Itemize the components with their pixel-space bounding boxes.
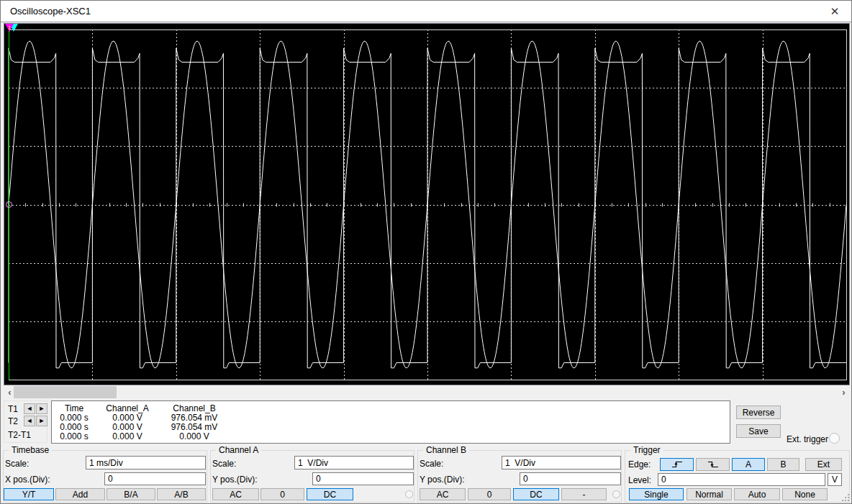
timebase-xpos-input[interactable] [104, 472, 206, 485]
scrollbar-thumb[interactable] [14, 386, 117, 398]
trigger-normal-button[interactable]: Normal [686, 488, 732, 500]
trigger-rising-edge-button[interactable] [660, 458, 694, 471]
dt-time-value: 0.000 s [52, 431, 96, 441]
channel-b-group: Channel B Scale: Y pos.(Div): AC 0 DC - [417, 450, 622, 503]
trigger-level-label: Level: [628, 475, 651, 485]
column-header-channel-a: Channel_A [96, 403, 158, 413]
scope-display[interactable] [4, 24, 849, 385]
timebase-add-button[interactable]: Add [55, 488, 105, 500]
scope-scrollbar[interactable]: ‹ › [4, 386, 850, 398]
column-header-channel-b: Channel_B [158, 403, 230, 413]
t2-channel-b-value: 976.054 mV [158, 422, 230, 432]
channel-a-ypos-input[interactable] [312, 472, 414, 485]
t2-time-value: 0.000 s [52, 422, 96, 432]
left-arrow-icon: ◄ [27, 405, 33, 412]
timebase-ab-button[interactable]: A/B [157, 488, 206, 500]
channel-a-ac-button[interactable]: AC [212, 488, 259, 500]
table-row-t1: 0.000 s 0.000 V 976.054 mV [52, 413, 730, 422]
scope-panel [4, 23, 850, 385]
scroll-right-icon: › [842, 387, 845, 398]
timebase-ba-button[interactable]: B/A [106, 488, 155, 500]
t1-label: T1 [8, 404, 18, 414]
column-header-time: Time [52, 403, 96, 413]
t2-t1-label: T2-T1 [8, 430, 31, 440]
t2-label: T2 [8, 416, 18, 426]
oscilloscope-window: Oscilloscope-XSC1 ✕ ‹ › T1 ◄ ► T2 ◄ ► T2… [0, 0, 852, 504]
save-button[interactable]: Save [736, 424, 781, 438]
trigger-level-input[interactable] [658, 473, 825, 486]
t1-right-button[interactable]: ► [36, 403, 47, 414]
timebase-legend: Timebase [9, 445, 52, 455]
window-titlebar: Oscilloscope-XSC1 ✕ [1, 1, 851, 22]
readout-table: Time Channel_A Channel_B 0.000 s 0.000 V… [51, 400, 730, 444]
close-icon: ✕ [830, 5, 840, 18]
channel-b-zero-button[interactable]: 0 [468, 488, 511, 500]
timebase-group: Timebase Scale: X pos.(Div): Y/T Add B/A… [3, 450, 207, 503]
cursor-control-panel: T1 ◄ ► T2 ◄ ► T2-T1 [4, 400, 47, 443]
falling-edge-icon [707, 460, 720, 469]
trigger-edge-label: Edge: [628, 459, 651, 469]
trigger-auto-button[interactable]: Auto [734, 488, 780, 500]
dt-channel-a-value: 0.000 V [96, 431, 158, 441]
resize-grip[interactable] [840, 492, 850, 502]
reverse-button[interactable]: Reverse [736, 406, 781, 419]
t2-channel-a-value: 0.000 V [96, 422, 158, 432]
trigger-level-unit-select[interactable]: V [828, 473, 842, 486]
channel-a-dc-button[interactable]: DC [307, 488, 353, 500]
close-button[interactable]: ✕ [821, 1, 848, 22]
scroll-right-button[interactable]: › [838, 386, 850, 398]
readout-header-row: Time Channel_A Channel_B [52, 403, 730, 413]
trigger-single-button[interactable]: Single [629, 488, 684, 500]
trigger-source-b-button[interactable]: B [767, 458, 799, 471]
channel-b-minus-button[interactable]: - [561, 488, 607, 500]
channel-a-scale-label: Scale: [212, 459, 236, 469]
trigger-source-a-button[interactable]: A [732, 458, 765, 471]
scroll-left-icon: ‹ [8, 387, 11, 398]
left-arrow-icon: ◄ [27, 417, 33, 424]
channel-a-zero-button[interactable]: 0 [260, 488, 304, 500]
table-row-t2: 0.000 s 0.000 V 976.054 mV [52, 422, 730, 431]
timebase-scale-label: Scale: [5, 459, 29, 469]
dt-channel-b-value: 0.000 V [158, 431, 230, 441]
timebase-xpos-label: X pos.(Div): [5, 475, 50, 485]
ext-trigger-connector-icon [829, 433, 840, 444]
t1-time-value: 0.000 s [52, 413, 96, 423]
table-row-t2-t1: 0.000 s 0.000 V 0.000 V [52, 431, 730, 441]
channel-b-ypos-input[interactable] [520, 472, 621, 485]
t2-left-button[interactable]: ◄ [24, 416, 35, 426]
channel-b-legend: Channel B [423, 445, 469, 455]
right-arrow-icon: ► [39, 417, 45, 424]
channel-b-ac-button[interactable]: AC [420, 488, 466, 500]
timebase-scale-input[interactable] [86, 456, 206, 469]
timebase-yt-button[interactable]: Y/T [4, 488, 54, 500]
channel-b-ypos-label: Y pos.(Div): [420, 475, 464, 485]
channel-a-legend: Channel A [216, 445, 261, 455]
t1-channel-a-value: 0.000 V [96, 413, 158, 423]
page-title: Oscilloscope-XSC1 [1, 6, 91, 17]
channel-b-scale-label: Scale: [420, 459, 443, 469]
rising-edge-icon [671, 460, 684, 469]
trigger-source-ext-button[interactable]: Ext [805, 458, 842, 471]
channel-a-connector-icon [405, 490, 413, 498]
channel-b-dc-button[interactable]: DC [513, 488, 559, 500]
trigger-falling-edge-button[interactable] [696, 458, 730, 471]
trigger-group: Trigger Edge: A B Ext Level: V Single No… [625, 450, 850, 503]
right-arrow-icon: ► [39, 405, 45, 412]
channel-b-scale-input[interactable] [502, 456, 621, 469]
channel-a-group: Channel A Scale: Y pos.(Div): AC 0 DC [210, 450, 414, 503]
ext-trigger-label: Ext. trigger [787, 434, 828, 444]
trigger-none-button[interactable]: None [782, 488, 828, 500]
channel-b-connector-icon [612, 490, 620, 498]
t1-channel-b-value: 976.054 mV [158, 413, 230, 423]
channel-a-scale-input[interactable] [294, 456, 414, 469]
channel-a-ypos-label: Y pos.(Div): [212, 475, 257, 485]
t1-left-button[interactable]: ◄ [24, 403, 35, 414]
trigger-legend: Trigger [630, 445, 663, 455]
t2-right-button[interactable]: ► [36, 416, 47, 426]
